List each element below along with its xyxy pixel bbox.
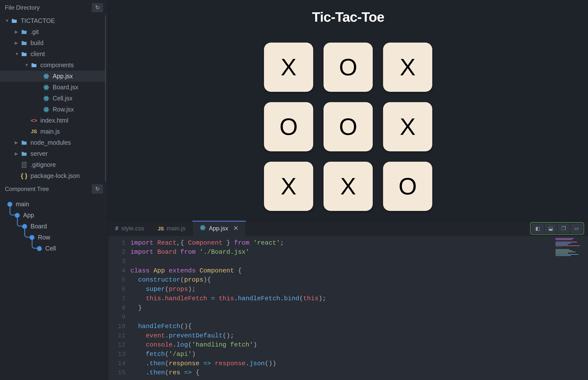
editor-tab[interactable]: #style.css xyxy=(108,221,151,236)
code-line[interactable]: super(props); xyxy=(130,285,553,294)
board-cell[interactable]: O xyxy=(383,162,432,211)
close-icon[interactable]: ✕ xyxy=(233,225,239,232)
component-tree-refresh-button[interactable]: ↻ xyxy=(92,184,103,194)
line-number: 15 xyxy=(108,368,126,378)
line-number: 10 xyxy=(108,322,126,331)
editor-tab-bar: #style.cssJSmain.jsApp.jsx✕ ◧ ⬓ ❐ ▭ xyxy=(108,221,588,236)
board-cell[interactable]: O xyxy=(324,102,373,151)
html-icon: <> xyxy=(31,117,37,124)
code-line[interactable]: event.preventDefault(); xyxy=(130,331,553,341)
code-line[interactable]: .then(res => { xyxy=(130,368,553,378)
file-tree-item[interactable]: Row.jsx xyxy=(0,104,105,115)
minimap-line xyxy=(555,244,568,245)
tree-item-label: build xyxy=(31,39,44,47)
tab-label: App.jsx xyxy=(209,225,228,232)
file-tree-item[interactable]: client xyxy=(0,48,105,59)
folder-icon xyxy=(21,41,27,46)
react-icon xyxy=(43,84,49,91)
line-number-gutter: 123456789101112131415 xyxy=(108,236,130,380)
layout-split-bottom-button[interactable]: ⬓ xyxy=(544,224,557,233)
code-line[interactable]: .then(response => response.json()) xyxy=(130,359,553,368)
code-line[interactable]: this.handleFetch = this.handleFetch.bind… xyxy=(130,294,553,304)
component-tree[interactable]: mainAppBoardRowCell xyxy=(0,197,108,380)
board-cell[interactable]: X xyxy=(264,43,313,92)
react-icon xyxy=(43,73,49,79)
component-label: Cell xyxy=(45,245,56,252)
layout-button-group: ◧ ⬓ ❐ ▭ xyxy=(530,222,584,235)
tree-item-label: Board.jsx xyxy=(53,84,78,91)
file-tree-item[interactable]: Board.jsx xyxy=(0,82,105,93)
tree-item-label: Cell.jsx xyxy=(53,95,73,102)
svg-point-12 xyxy=(46,109,47,110)
tree-arrow-icon xyxy=(25,63,30,68)
code-line[interactable]: handleFetch(){ xyxy=(130,322,553,331)
tree-item-icon xyxy=(30,63,38,68)
code-line[interactable] xyxy=(130,257,553,266)
minimap-line xyxy=(555,249,569,250)
code-line[interactable]: fetch('/api') xyxy=(130,350,553,359)
file-tree-item[interactable]: <>index.html xyxy=(0,115,105,126)
code-line[interactable]: console.log('handling fetch') xyxy=(130,340,553,350)
component-tree-item[interactable]: Board xyxy=(0,221,108,232)
component-label: main xyxy=(16,201,29,208)
code-line[interactable]: class App extends Component { xyxy=(130,266,553,276)
minimap[interactable] xyxy=(553,236,588,380)
tree-arrow-icon xyxy=(5,19,10,23)
board-cell[interactable]: O xyxy=(324,43,373,92)
layout-full-button[interactable]: ▭ xyxy=(570,224,583,233)
code-content[interactable]: import React,{ Component } from 'react';… xyxy=(130,236,553,380)
folder-icon xyxy=(21,151,27,156)
code-line[interactable]: constructor(props){ xyxy=(130,275,553,285)
tree-arrow-icon xyxy=(15,52,20,57)
minimap-line xyxy=(555,253,568,253)
tab-label: style.css xyxy=(121,225,144,232)
tree-item-icon xyxy=(42,106,50,113)
tree-item-icon xyxy=(20,41,28,46)
active-tab-indicator xyxy=(192,221,246,222)
layout-split-left-button[interactable]: ◧ xyxy=(532,224,544,233)
board-cell[interactable]: X xyxy=(383,102,432,151)
board-cell[interactable]: X xyxy=(264,162,313,211)
layout-windows-icon: ❐ xyxy=(561,226,566,231)
board-cell[interactable]: O xyxy=(264,102,313,151)
board-cell[interactable]: X xyxy=(324,162,373,211)
file-directory-refresh-button[interactable]: ↻ xyxy=(92,3,103,12)
layout-windows-button[interactable]: ❐ xyxy=(557,224,570,233)
file-tree[interactable]: TICTACTOE.gitbuildclientcomponentsApp.js… xyxy=(0,15,106,181)
file-tree-item[interactable]: Cell.jsx xyxy=(0,93,105,104)
code-line[interactable]: import React,{ Component } from 'react'; xyxy=(130,238,553,248)
code-line[interactable]: } xyxy=(130,304,553,313)
file-tree-item[interactable]: node_modules xyxy=(0,137,105,148)
svg-point-8 xyxy=(46,98,47,99)
component-tree-item[interactable]: Row xyxy=(0,232,108,243)
file-tree-item[interactable]: { }package-lock.json xyxy=(0,170,105,181)
component-tree-item[interactable]: main xyxy=(0,199,108,210)
minimap-line xyxy=(555,245,580,246)
react-icon xyxy=(200,225,206,231)
board-cell[interactable]: X xyxy=(383,43,432,92)
svg-point-20 xyxy=(202,227,203,228)
file-tree-item[interactable]: TICTACTOE xyxy=(0,15,105,26)
file-tree-item[interactable]: .git xyxy=(0,26,105,38)
file-tree-item[interactable]: components xyxy=(0,59,105,71)
layout-split-bottom-icon: ⬓ xyxy=(548,226,553,231)
component-tree-item[interactable]: Cell xyxy=(0,243,108,254)
file-tree-item[interactable]: .gitignore xyxy=(0,159,105,170)
tree-connector-line xyxy=(17,214,22,227)
line-number: 6 xyxy=(108,285,126,294)
file-tree-item[interactable]: App.jsx xyxy=(0,71,105,82)
file-tree-item[interactable]: server xyxy=(0,148,105,159)
line-number: 14 xyxy=(108,359,126,368)
file-tree-item[interactable]: build xyxy=(0,38,105,48)
minimap-lines xyxy=(555,238,586,256)
editor-tab[interactable]: App.jsx✕ xyxy=(192,221,246,236)
component-tree-item[interactable]: App xyxy=(0,210,108,221)
code-line[interactable]: import Board from './Board.jsx' xyxy=(130,247,553,257)
component-node-dot-icon xyxy=(37,246,42,251)
code-line[interactable] xyxy=(130,313,553,322)
code-area[interactable]: 123456789101112131415 import React,{ Com… xyxy=(108,236,588,380)
editor-tab[interactable]: JSmain.js xyxy=(151,221,192,236)
file-tree-item[interactable]: JSmain.js xyxy=(0,126,105,137)
tree-arrow-icon xyxy=(15,40,20,46)
tab-file-icon: JS xyxy=(158,225,164,232)
